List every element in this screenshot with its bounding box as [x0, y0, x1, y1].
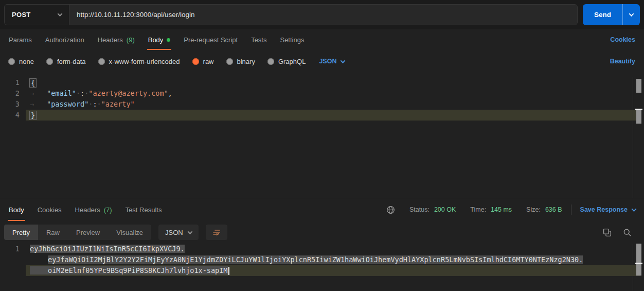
url-group: POST http://10.10.11.120:3000/api/user/l…: [4, 4, 578, 25]
whitespace-dot-icon: ·: [76, 89, 80, 97]
editor-scrollbar[interactable]: [633, 77, 644, 198]
response-tab-body[interactable]: Body: [2, 198, 31, 221]
response-line-wrapped: eyJfaWQiOiI2MjBlY2Y2Y2FiMjEyYzA0NjE1Yjdm…: [0, 254, 644, 265]
radio-x-www-form-urlencoded[interactable]: x-www-form-urlencoded: [92, 58, 186, 65]
line-number: 2: [0, 88, 26, 99]
response-headers-count-badge: (7): [104, 206, 112, 214]
postman-window: POST http://10.10.11.120:3000/api/user/l…: [0, 0, 644, 291]
response-current-line: oiM2eElnf05YPc9BSq9PiP8S8KCJh7lvhjo1x-sa…: [0, 265, 644, 276]
send-button[interactable]: Send: [583, 4, 622, 25]
search-icon[interactable]: [623, 228, 632, 237]
json-value: "azerty@azerty.com": [88, 89, 168, 97]
send-options-button[interactable]: [622, 4, 640, 25]
whitespace-dot-icon: ·: [97, 100, 101, 108]
response-toolbar: Pretty Raw Preview Visualize JSON: [0, 221, 644, 244]
save-response-button[interactable]: Save Response: [580, 206, 636, 213]
radio-raw[interactable]: raw: [186, 58, 220, 65]
chevron-down-icon: [632, 207, 637, 212]
status-value: 200 OK: [434, 206, 456, 213]
close-brace-token: }: [30, 111, 36, 119]
jwt-header-segment: eyJhbGciOiJIUzI1NiIsInR5cCI6IkpXVCJ9.: [30, 245, 185, 253]
body-has-content-dot-icon: [167, 38, 170, 42]
request-body-editor[interactable]: 1 { 2 →"email"·:·"azerty@azerty.com", 3 …: [0, 77, 644, 198]
jwt-signature-segment: oiM2eElnf05YPc9BSq9PiP8S8KCJh7lvhjo1x-sa…: [48, 266, 228, 275]
line-number: 1: [0, 244, 26, 254]
view-mode-preview[interactable]: Preview: [68, 225, 108, 240]
status-label: Status:: [409, 206, 430, 213]
time-label: Time:: [470, 206, 486, 213]
editor-line: 2 →"email"·:·"azerty@azerty.com",: [0, 88, 644, 99]
size-value: 636 B: [545, 206, 562, 213]
editor-line: 3 →"password"·:·"azerty": [0, 99, 644, 110]
view-mode-visualize[interactable]: Visualize: [108, 225, 151, 240]
radio-selected-icon: [192, 58, 199, 65]
copy-icon[interactable]: [603, 228, 612, 237]
json-key: "password": [47, 100, 88, 108]
globe-icon[interactable]: [386, 206, 395, 214]
line-number: 1: [0, 77, 26, 88]
radio-icon: [8, 58, 15, 65]
response-meta: Status: 200 OK Time: 145 ms Size: 636 B …: [386, 204, 642, 215]
response-line: 1 eyJhbGciOiJIUzI1NiIsInR5cCI6IkpXVCJ9.: [0, 244, 644, 254]
size-label: Size:: [526, 206, 541, 213]
radio-icon: [226, 58, 233, 65]
json-key: "email": [47, 89, 76, 97]
view-mode-raw[interactable]: Raw: [38, 225, 68, 240]
response-tab-headers[interactable]: Headers(7): [68, 198, 119, 221]
response-tab-test-results[interactable]: Test Results: [119, 198, 169, 221]
body-type-row: none form-data x-www-form-urlencoded raw…: [0, 50, 644, 73]
response-tabs: Body Cookies Headers(7) Test Results Sta…: [0, 198, 644, 221]
time-value: 145 ms: [491, 206, 512, 213]
chevron-down-icon: [58, 11, 63, 16]
url-input[interactable]: http://10.10.11.120:3000/api/user/login: [69, 5, 577, 25]
radio-icon: [98, 58, 105, 65]
response-language-dropdown[interactable]: JSON: [158, 225, 199, 240]
json-value: "azerty": [101, 100, 135, 108]
response-view-switcher: Pretty Raw Preview Visualize: [4, 225, 151, 240]
radio-graphql[interactable]: GraphQL: [261, 58, 312, 65]
tab-headers[interactable]: Headers(9): [91, 29, 141, 50]
tab-indent-icon: →: [30, 88, 47, 99]
radio-icon: [46, 58, 53, 65]
method-dropdown[interactable]: POST: [5, 5, 69, 25]
tab-params[interactable]: Params: [2, 29, 39, 50]
chevron-down-icon: [341, 58, 346, 63]
response-tab-cookies[interactable]: Cookies: [31, 198, 68, 221]
cookies-link[interactable]: Cookies: [603, 36, 642, 43]
send-split-button: Send: [583, 4, 640, 25]
view-mode-pretty[interactable]: Pretty: [4, 225, 38, 240]
method-label: POST: [12, 11, 31, 19]
response-section: Body Cookies Headers(7) Test Results Sta…: [0, 198, 644, 291]
request-bar: POST http://10.10.11.120:3000/api/user/l…: [0, 0, 644, 29]
tab-body[interactable]: Body: [141, 29, 177, 50]
editor-current-line: 4 }: [0, 110, 644, 121]
open-brace-token: {: [30, 79, 36, 87]
line-number: 3: [0, 99, 26, 110]
editor-line: 1 {: [0, 77, 644, 88]
jwt-payload-segment: eyJfaWQiOiI2MjBlY2Y2Y2FiMjEyYzA0NjE1Yjdm…: [48, 255, 583, 264]
radio-none[interactable]: none: [2, 58, 40, 65]
text-cursor: [228, 267, 229, 275]
scrollbar-thumb: [636, 244, 641, 276]
radio-icon: [267, 58, 274, 65]
tab-settings[interactable]: Settings: [273, 29, 311, 50]
headers-count-badge: (9): [127, 36, 135, 44]
radio-binary[interactable]: binary: [220, 58, 261, 65]
scrollbar-marker: [636, 110, 641, 124]
tab-tests[interactable]: Tests: [244, 29, 273, 50]
tab-indent-icon: →: [30, 99, 47, 110]
tab-authorization[interactable]: Authorization: [39, 29, 91, 50]
tab-pre-request-script[interactable]: Pre-request Script: [177, 29, 244, 50]
wrap-text-icon: [212, 228, 221, 237]
body-language-dropdown[interactable]: JSON: [312, 58, 352, 65]
request-tabs: Params Authorization Headers(9) Body Pre…: [0, 29, 644, 50]
scrollbar-marker: [636, 79, 641, 93]
response-scrollbar[interactable]: [633, 244, 644, 291]
beautify-link[interactable]: Beautify: [603, 58, 642, 65]
radio-form-data[interactable]: form-data: [40, 58, 92, 65]
chevron-down-icon: [187, 229, 192, 234]
line-number: 4: [0, 110, 26, 121]
cursor-position-marker: [635, 263, 642, 264]
response-body-viewer[interactable]: 1 eyJhbGciOiJIUzI1NiIsInR5cCI6IkpXVCJ9. …: [0, 244, 644, 291]
wrap-text-button[interactable]: [206, 225, 227, 240]
